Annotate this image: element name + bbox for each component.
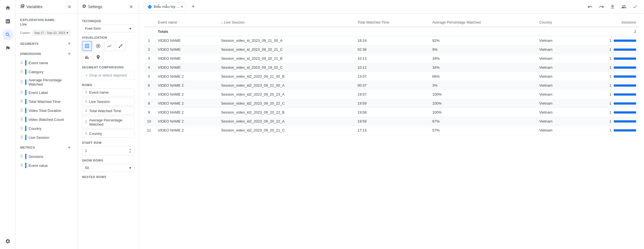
start-row-input[interactable]: 1 ▲ ▼ — [82, 146, 134, 155]
live-session-cell: Session_video_id2_2023_09_20_23_A — [218, 90, 354, 99]
totals-label: Totals — [154, 27, 574, 36]
variables-close-button[interactable]: ✕ — [66, 3, 73, 10]
segment-drop-area[interactable]: + Drop or select segment — [82, 71, 134, 80]
dimension-item-total-watched[interactable]: ⠿ Total Watched Time — [16, 97, 77, 106]
dimension-item-live-session[interactable]: ⠿ Live Session — [16, 133, 77, 142]
flag-icon[interactable] — [2, 43, 13, 54]
live-session-header[interactable]: ↓Live Session — [218, 18, 354, 27]
dimension-item-event-label[interactable]: ⠿ Event Label — [16, 88, 77, 97]
row-chip-country[interactable]: ⠿ Country — [82, 130, 134, 138]
technique-label: TECHNIQUE — [82, 19, 134, 23]
add-dimension-button[interactable]: + — [66, 50, 73, 57]
segment-drop-text: Drop or select segment — [89, 73, 127, 77]
drag-handle-icon: ⠿ — [85, 109, 88, 113]
left-navigation — [0, 0, 16, 249]
avg-pct-cell: 67% — [429, 117, 536, 126]
share-button[interactable] — [619, 2, 628, 11]
country-cell: Vietnam — [536, 90, 574, 99]
drag-handle-icon: ⠿ — [85, 91, 88, 94]
reports-icon[interactable] — [2, 16, 13, 27]
technique-dropdown[interactable]: Free form ▾ — [82, 24, 134, 33]
active-tab[interactable]: 🔷 Biểu mẫu tùy ... ▾ — [144, 3, 187, 11]
event-name-header[interactable]: Event name — [154, 18, 218, 27]
main-content: 🔷 Biểu mẫu tùy ... ▾ + — [139, 0, 644, 249]
metric-item-sessions[interactable]: ⠿ Sessions — [16, 152, 77, 161]
viz-geo-button[interactable] — [93, 52, 103, 62]
total-watched-header[interactable]: Total Watched Time — [354, 18, 429, 27]
chevron-down-icon: ▾ — [66, 31, 68, 35]
viz-line-button[interactable] — [104, 41, 114, 51]
row-chip-event-name[interactable]: ⠿ Event name — [82, 88, 134, 96]
sessions-cell: 1 — [575, 117, 640, 126]
stepper-arrows[interactable]: ▲ ▼ — [129, 148, 131, 153]
total-watched-cell: 00:37 — [354, 81, 429, 90]
event-name-cell: VIDEO NAME 2 — [154, 99, 218, 108]
decrement-icon[interactable]: ▼ — [129, 151, 131, 153]
event-name-cell: VIDEO NAME 2 — [154, 126, 218, 135]
viz-bar-button[interactable] — [82, 52, 92, 62]
dimension-item-video-count[interactable]: ⠿ Video Watched Count — [16, 115, 77, 124]
date-range-chip[interactable]: Sep 17 - Sep 22, 2023 ▾ — [32, 30, 70, 36]
sessions-bar — [614, 49, 636, 51]
home-icon[interactable] — [2, 2, 13, 13]
sessions-header[interactable]: Sessions — [575, 18, 640, 27]
metric-item-event-value[interactable]: ⠿ Event value — [16, 161, 77, 170]
row-chip-avg-pct[interactable]: ⠿ Average Percentage Watched — [82, 116, 134, 128]
metric-indicator — [25, 154, 26, 159]
row-chip-label: Live Session — [89, 100, 110, 104]
date-custom-label: Custom — [20, 31, 30, 34]
row-chip-total-watched[interactable]: ⠿ Total Watched Time — [82, 107, 134, 115]
dimension-indicator — [25, 135, 26, 140]
row-chip-live-session[interactable]: ⠿ Live Session — [82, 98, 134, 106]
technique-value: Free form — [85, 26, 101, 31]
sessions-cell: 1 — [575, 108, 640, 117]
increment-icon[interactable]: ▲ — [129, 148, 131, 151]
show-rows-dropdown[interactable]: 50 ▾ — [82, 164, 134, 172]
dimension-indicator — [25, 99, 26, 104]
sessions-bar — [614, 111, 636, 114]
sessions-bar — [614, 93, 636, 96]
table-row: 4 VIDEO NAME Session_video_id_2023_09_19… — [144, 63, 640, 72]
drag-handle-icon: ⠿ — [85, 120, 88, 124]
settings-panel-title: Settings — [88, 4, 102, 9]
data-table-area: Event name ↓Live Session Total Watched T… — [139, 13, 644, 249]
plus-icon: + — [86, 73, 88, 77]
row-num-cell: 8 — [144, 99, 154, 108]
drag-handle-icon: ⠿ — [20, 126, 23, 131]
table-row: 7 VIDEO NAME 2 Session_video_id2_2023_09… — [144, 90, 640, 99]
viz-scatter-button[interactable] — [116, 41, 126, 51]
start-row-label: START ROW — [82, 141, 134, 144]
dimension-item-category[interactable]: ⠿ Category — [16, 67, 77, 76]
dimension-item-video-duration[interactable]: ⠿ Video Total Duration — [16, 106, 77, 115]
sessions-bar — [614, 57, 636, 60]
settings-close-button[interactable]: ✕ — [128, 3, 134, 10]
row-chip-label: Country — [89, 132, 102, 136]
sessions-cell: 1 — [575, 36, 640, 45]
date-range-section: Custom Sep 17 - Sep 22, 2023 ▾ — [16, 29, 77, 38]
saved-button[interactable] — [631, 2, 640, 11]
undo-button[interactable] — [586, 2, 595, 11]
event-name-cell: VIDEO NAME 2 — [154, 81, 218, 90]
settings-icon[interactable] — [2, 236, 13, 247]
download-button[interactable] — [608, 2, 617, 11]
country-header[interactable]: Country — [536, 18, 574, 27]
viz-table-button[interactable] — [82, 41, 92, 51]
table-row: 10 VIDEO NAME 2 Session_video_id2_2023_0… — [144, 117, 640, 126]
dimension-item-event-name[interactable]: ⠿ Event name — [16, 58, 77, 67]
dimension-item-country[interactable]: ⠿ Country — [16, 124, 77, 133]
dimension-label: Live Session — [29, 135, 49, 140]
viz-donut-button[interactable] — [93, 41, 103, 51]
explore-icon[interactable] — [2, 29, 13, 40]
dimension-item-avg-pct[interactable]: ⠿ Average Percentage Watched — [16, 76, 77, 88]
add-metric-button[interactable]: + — [66, 144, 73, 151]
segments-header: SEGMENTS + — [16, 38, 77, 48]
redo-button[interactable] — [597, 2, 606, 11]
drag-handle-icon: ⠿ — [20, 70, 23, 74]
add-segment-button[interactable]: + — [66, 40, 73, 47]
sessions-bar — [614, 40, 636, 42]
avg-pct-header[interactable]: Average Percentage Watched — [429, 18, 536, 27]
add-tab-button[interactable]: + — [189, 2, 198, 11]
row-num-cell: 9 — [144, 108, 154, 117]
event-name-cell: VIDEO NAME — [154, 36, 218, 45]
avg-pct-cell: 92% — [429, 36, 536, 45]
